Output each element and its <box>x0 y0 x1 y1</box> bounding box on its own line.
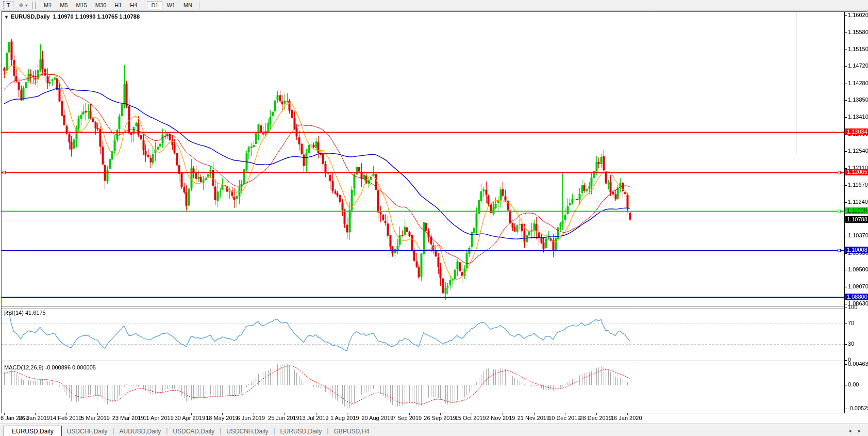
price-axis-tick: 1.15150 <box>848 46 868 52</box>
price-line-label[interactable]: 1.10008 <box>845 247 868 253</box>
tab-usdcad-daily[interactable]: USDCAD,Daily <box>168 426 220 436</box>
date-axis-label: 18 May 2019 <box>206 415 239 421</box>
chart-tab-bar: EURUSD,DailyUSDCHF,Daily|AUDUSD,Daily|US… <box>0 424 868 436</box>
price-axis-tick: 1.09070 <box>848 283 868 289</box>
price-line-label[interactable]: 1.13034 <box>845 128 868 135</box>
price-axis-tick: 1.13410 <box>848 114 868 120</box>
rsi-axis-tick: 30 <box>848 341 854 347</box>
text-tool-label: T <box>7 3 10 8</box>
price-axis-tick: 1.10370 <box>848 232 868 238</box>
rsi-axis-tick: 100 <box>848 304 857 310</box>
price-axis-tick: 1.14720 <box>848 62 868 69</box>
price-axis-tick: 1.12540 <box>848 148 868 154</box>
tab-eurusd-daily[interactable]: EURUSD,Daily <box>4 426 62 436</box>
date-axis-label: 28 Dec 2019 <box>580 415 612 421</box>
rsi-label: RSI(14) 41.6175 <box>4 310 46 316</box>
date-axis-label: 2 Nov 2019 <box>486 415 515 421</box>
date-axis-label: 30 Apr 2019 <box>175 415 205 421</box>
price-axis-tick: 1.11670 <box>848 182 868 188</box>
date-axis-label: 5 Mar 2019 <box>81 415 110 421</box>
price-axis-tick: 1.11240 <box>848 199 868 205</box>
macd-axis-tick: 0.00 <box>848 381 859 387</box>
chart-symbol: EURUSD,Daily <box>11 13 50 20</box>
price-line-label[interactable]: 1.12005 <box>845 169 868 175</box>
toolbar-grip[interactable] <box>32 2 36 9</box>
timeframe-button-w1[interactable]: W1 <box>162 1 179 9</box>
tab-eurusd-daily[interactable]: EURUSD,Daily <box>275 426 327 436</box>
price-line-label[interactable]: 1.11009 <box>845 207 868 214</box>
toolbar-separator <box>144 2 144 9</box>
chart-title: ▼EURUSD,Daily 1.10970 1.10990 1.10765 1.… <box>4 13 140 20</box>
chevron-down-icon: ▾ <box>25 3 27 8</box>
macd-label: MACD(12,26,9) -0.000896 0.000005 <box>4 364 96 370</box>
date-axis-label: 26 Sep 2019 <box>424 415 456 421</box>
date-axis-label: 11 Apr 2019 <box>143 415 174 421</box>
rsi-axis-tick: 70 <box>848 320 854 326</box>
timeframe-button-h1[interactable]: H1 <box>110 1 126 9</box>
date-axis-label: 14 Feb 2019 <box>50 415 82 421</box>
date-axis-label: 20 Aug 2019 <box>361 415 393 421</box>
price-axis-tick: 1.15580 <box>848 29 868 35</box>
tab-gbpusd-h4[interactable]: GBPUSD,H4 <box>328 426 374 436</box>
text-tool-button[interactable]: T <box>3 1 13 9</box>
tab-scroll-left-icon[interactable]: ◄ <box>847 428 852 433</box>
timeframe-button-m5[interactable]: M5 <box>56 1 72 9</box>
timeframe-group: M1M5M15M30H1H4D1W1MN <box>40 1 202 9</box>
date-axis-label: 21 Nov 2019 <box>518 415 549 421</box>
price-line-label[interactable]: 1.08800 <box>845 294 868 300</box>
current-price-label: 1.10788 <box>845 216 868 223</box>
timeframe-button-h4[interactable]: H4 <box>126 1 141 9</box>
chart-ohlc: 1.10970 1.10990 1.10765 1.10788 <box>53 13 140 20</box>
date-axis-label: 25 Jun 2019 <box>268 415 299 421</box>
timeframe-button-m15[interactable]: M15 <box>72 1 91 9</box>
tabs-holder: EURUSD,DailyUSDCHF,Daily|AUDUSD,Daily|US… <box>0 426 375 436</box>
tab-audusd-daily[interactable]: AUDUSD,Daily <box>114 426 166 436</box>
style-tool-button[interactable]: ❖ ▾ <box>19 2 27 9</box>
date-axis-label: 6 Jun 2019 <box>237 415 265 421</box>
price-axis-tick: 1.13850 <box>848 96 868 103</box>
chart-canvas[interactable] <box>0 0 868 436</box>
date-axis-label: 13 Jul 2019 <box>299 415 329 421</box>
macd-axis-tick: -0.005299 <box>848 405 868 411</box>
price-axis-tick: 1.14280 <box>848 80 868 86</box>
mt4-window: T ❖ ▾ M1M5M15M30H1H4D1W1MN ▼EURUSD,Daily… <box>0 0 868 436</box>
macd-axis-tick: 0.00463 <box>848 361 868 367</box>
tab-scroll-right-icon[interactable]: ► <box>857 428 862 433</box>
tab-scroll-arrows: ◄ ► <box>847 428 868 436</box>
date-axis-label: 23 Mar 2019 <box>112 415 144 421</box>
price-axis-tick: 1.16020 <box>848 12 868 18</box>
date-axis-label: 15 Oct 2019 <box>455 415 486 421</box>
style-icon: ❖ <box>19 2 24 9</box>
tab-usdchf-daily[interactable]: USDCHF,Daily <box>62 426 113 436</box>
date-axis-label: 16 Jan 2020 <box>611 415 642 421</box>
date-axis-label: 7 Sep 2019 <box>393 415 422 421</box>
timeframe-button-m1[interactable]: M1 <box>40 1 56 9</box>
toolbar-separator <box>199 2 199 9</box>
date-axis-label: 26 Jan 2019 <box>19 415 50 421</box>
date-axis-label: 1 Aug 2019 <box>330 415 359 421</box>
collapse-icon[interactable]: ▼ <box>4 14 9 20</box>
price-axis-tick: 1.09500 <box>848 266 868 272</box>
top-toolbar: T ❖ ▾ M1M5M15M30H1H4D1W1MN <box>0 0 868 11</box>
timeframe-button-m30[interactable]: M30 <box>91 1 110 9</box>
tab-usdcnh-daily[interactable]: USDCNH,Daily <box>221 426 273 436</box>
date-axis-label: 10 Dec 2019 <box>548 415 580 421</box>
timeframe-button-mn[interactable]: MN <box>179 1 196 9</box>
timeframe-button-d1[interactable]: D1 <box>147 1 162 9</box>
